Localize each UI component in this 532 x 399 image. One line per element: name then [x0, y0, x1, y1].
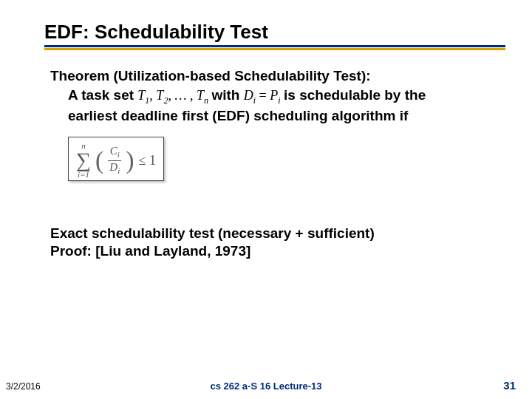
slide-body: Theorem (Utilization-based Schedulabilit…: [44, 68, 505, 259]
math-P-sub: i: [278, 95, 280, 106]
fraction-numerator: Ci: [109, 146, 121, 160]
num-sub: i: [117, 150, 120, 159]
formula-box: n ∑ i=1 ( Ci Di ) ≤ 1: [68, 137, 164, 181]
footer-center: cs 262 a-S 16 Lecture-13: [210, 381, 321, 392]
math-T2: T: [156, 88, 163, 103]
slide: EDF: Schedulability Test Theorem (Utiliz…: [0, 0, 532, 399]
slide-title: EDF: Schedulability Test: [44, 21, 505, 47]
math-T1-sub: 1: [145, 95, 149, 106]
math-Tn: T: [197, 88, 204, 103]
slide-footer: 3/2/2016 cs 262 a-S 16 Lecture-13 31: [0, 379, 532, 392]
sigma: n ∑ i=1: [76, 142, 91, 179]
math-P: P: [270, 88, 278, 103]
exact-note: Exact schedulability test (necessary + s…: [50, 225, 474, 242]
fraction: Ci Di: [108, 146, 121, 175]
proof-ref: Proof: [Liu and Layland, 1973]: [50, 243, 474, 259]
sigma-symbol: ∑: [76, 150, 91, 171]
condition-math: Di = Pi: [244, 88, 284, 103]
footer-page-number: 31: [503, 379, 516, 392]
close-paren: ): [126, 146, 134, 174]
theorem-heading: Theorem (Utilization-based Schedulabilit…: [50, 68, 474, 84]
den-sub: i: [117, 166, 120, 175]
math-Tn-sub: n: [204, 95, 208, 106]
fraction-denominator: Di: [108, 162, 121, 176]
footer-date: 3/2/2016: [6, 381, 41, 392]
text-fragment: with: [211, 87, 243, 103]
math-T2-sub: 2: [163, 95, 168, 106]
text-fragment: A task set: [68, 87, 137, 103]
title-underline: [44, 48, 505, 50]
math-ellipsis: …: [174, 88, 186, 103]
num-letter: C: [110, 145, 117, 157]
sigma-lower: i=1: [78, 171, 89, 179]
math-T1: T: [137, 88, 145, 103]
math-eq: =: [256, 88, 270, 103]
formula: n ∑ i=1 ( Ci Di ) ≤ 1: [76, 142, 156, 179]
math-D: D: [244, 88, 253, 103]
leq-one: ≤ 1: [139, 153, 156, 168]
den-letter: D: [109, 161, 117, 173]
task-set-math: T1, T2, … , Tn: [137, 88, 211, 103]
open-paren: (: [95, 146, 103, 174]
theorem-statement: A task set T1, T2, … , Tn with Di = Pi i…: [50, 86, 474, 125]
